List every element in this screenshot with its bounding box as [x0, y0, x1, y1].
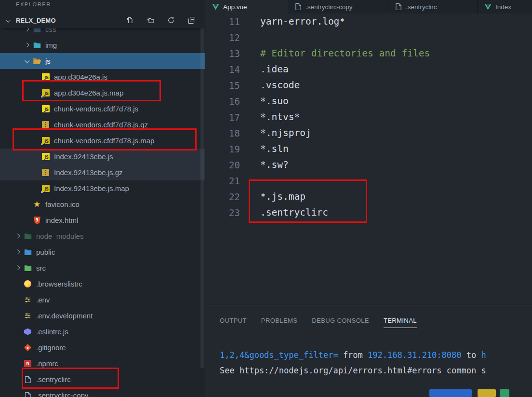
folder-node-icon — [23, 232, 33, 240]
tree-item-chunk-vendors-cfdf7d78-js-map[interactable]: JSchunk-vendors.cfdf7d78.js.map — [0, 133, 205, 149]
line-number: 13 — [205, 48, 240, 59]
indent-spacer — [13, 311, 23, 320]
indent-spacer — [32, 152, 41, 161]
line-number: 22 — [205, 192, 240, 202]
editor-line: 11yarn-error.log* — [205, 14, 532, 29]
indent-spacer — [13, 343, 23, 352]
terminal[interactable]: 1,2,4&goods_type_filter= from 192.168.31… — [205, 333, 532, 397]
panel-tab-problems[interactable]: PROBLEMS — [261, 317, 297, 328]
indent-spacer — [32, 184, 41, 193]
explorer-title: EXPLORER — [0, 0, 205, 13]
tree-item-index-92413ebe-js-map[interactable]: JSIndex.92413ebe.js.map — [0, 180, 205, 196]
tree-item-label: favicon.ico — [45, 200, 80, 208]
sidebar-scrollbar[interactable] — [200, 28, 204, 368]
tree-item-app-d304e26a-js-map[interactable]: JSapp.d304e26a.js.map — [0, 85, 205, 101]
file-icon — [295, 3, 302, 11]
editor-line: 19*.sln — [205, 141, 532, 157]
tree-item-sentryclirc[interactable]: .sentryclirc — [0, 371, 205, 387]
tree-item-js[interactable]: js — [0, 53, 205, 69]
editor-line: 21 — [205, 173, 532, 189]
tree-item-favicon-ico[interactable]: ★favicon.ico — [0, 196, 205, 212]
refresh-button[interactable] — [167, 16, 175, 25]
explorer-actions — [125, 16, 196, 25]
tree-item-chunk-vendors-cfdf7d78-js-gz[interactable]: chunk-vendors.cfdf7d78.js.gz — [0, 117, 205, 133]
editor-area: App.vue.sentryclirc-copy.sentryclircInde… — [205, 0, 532, 397]
tree-item-npmrc[interactable]: n.npmrc — [0, 356, 205, 371]
indent-spacer — [13, 359, 23, 368]
panel-tab-output[interactable]: OUTPUT — [220, 317, 247, 328]
collapse-all-button[interactable] — [187, 16, 196, 25]
terminal-text: to — [462, 350, 481, 360]
editor-tab-index[interactable]: Index — [478, 0, 532, 14]
tree-item-label: .npmrc — [36, 359, 58, 368]
indent-spacer — [32, 168, 41, 177]
tree-item-index-92413ebe-js-gz[interactable]: Index.92413ebe.js.gz — [0, 164, 205, 180]
tree-item-node-modules[interactable]: node_modules — [0, 228, 205, 244]
panel-tab-debug-console[interactable]: DEBUG CONSOLE — [312, 317, 369, 328]
tree-item-env[interactable]: .env — [0, 292, 205, 308]
browserslist-icon — [24, 280, 31, 287]
editor-tab-sentryclirc-copy[interactable]: .sentryclirc-copy — [288, 0, 388, 14]
project-section-header[interactable]: RELX_DEMO — [0, 13, 205, 28]
tree-item-label: Index.92413ebe.js.map — [54, 184, 129, 192]
chevron-right-icon[interactable] — [13, 263, 23, 273]
tree-item-label: .sentryclirc — [36, 375, 71, 383]
npm-icon: n — [24, 360, 31, 367]
tab-label: .sentryclirc-copy — [306, 3, 353, 11]
chevron-right-icon[interactable] — [13, 247, 23, 257]
tree-item-label: .sentryclirc-copy — [36, 391, 88, 397]
panel-tab-terminal[interactable]: TERMINAL — [384, 317, 417, 328]
tree-item-label: js — [45, 57, 51, 65]
tree-item-eslintrc-js[interactable]: .eslintrc.js — [0, 324, 205, 340]
editor-line: 22*.js.map — [205, 189, 532, 205]
chevron-down-icon[interactable] — [23, 56, 32, 66]
editor-line: 18*.njsproj — [205, 125, 532, 141]
editor-tab-sentryclirc[interactable]: .sentryclirc — [388, 0, 478, 14]
gzip-archive-icon — [42, 169, 49, 176]
tree-item-index-92413ebe-js[interactable]: JSIndex.92413ebe.js — [0, 149, 205, 164]
tree-item-public[interactable]: public — [0, 244, 205, 260]
terminal-line: 1,2,4&goods_type_filter= from 192.168.31… — [220, 347, 532, 363]
tree-item-sentryclirc-copy[interactable]: .sentryclirc-copy — [0, 387, 205, 397]
indent-spacer — [13, 279, 23, 288]
new-file-button[interactable] — [125, 16, 134, 25]
tree-item-gitignore[interactable]: .gitignore — [0, 340, 205, 356]
chevron-down-icon[interactable] — [4, 16, 13, 25]
editor-tab-app-vue[interactable]: App.vue — [205, 0, 288, 14]
terminal-color-block — [429, 389, 472, 397]
editor-line: 13# Editor directories and files — [205, 45, 532, 61]
chevron-right-icon[interactable] — [13, 232, 23, 241]
tree-item-src[interactable]: src — [0, 260, 205, 276]
tree-item-label: .browserslistrc — [36, 280, 82, 288]
tree-item-label: chunk-vendors.cfdf7d78.js — [54, 105, 138, 113]
tree-item-label: .gitignore — [36, 343, 66, 352]
line-number: 21 — [205, 176, 240, 186]
new-folder-button[interactable] — [146, 16, 155, 25]
tree-item-img[interactable]: img — [0, 37, 205, 53]
tree-item-env-development[interactable]: .env.development — [0, 308, 205, 324]
indent-spacer — [13, 327, 23, 336]
tree-item-browserslistrc[interactable]: .browserslistrc — [0, 276, 205, 292]
tab-label: App.vue — [223, 3, 247, 11]
favicon-star-icon: ★ — [32, 200, 42, 208]
tree-item-label: node_modules — [36, 232, 83, 240]
tab-label: .sentryclirc — [406, 3, 437, 11]
tree-item-index-html[interactable]: 5index.html — [0, 212, 205, 228]
code-text: .vscode — [260, 80, 300, 91]
git-icon — [23, 343, 33, 352]
folder-src-icon — [23, 264, 33, 272]
tree-item-label: chunk-vendors.cfdf7d78.js.gz — [54, 121, 148, 129]
tree-item-label: img — [45, 41, 57, 49]
terminal-text: h — [481, 350, 486, 360]
chevron-right-icon[interactable] — [23, 41, 32, 50]
code-text: *.njsproj — [260, 127, 311, 138]
code-editor[interactable]: 11yarn-error.log*1213# Editor directorie… — [205, 14, 532, 305]
javascript-map-icon: JS — [42, 185, 50, 192]
indent-spacer — [13, 295, 23, 304]
tree-item-label: app.d304e26a.js.map — [54, 89, 123, 97]
vue-icon — [212, 3, 219, 11]
line-number: 19 — [205, 144, 240, 154]
indent-spacer — [13, 391, 23, 397]
tree-item-chunk-vendors-cfdf7d78-js[interactable]: JSchunk-vendors.cfdf7d78.js — [0, 101, 205, 117]
tree-item-app-d304e26a-js[interactable]: JSapp.d304e26a.js — [0, 69, 205, 85]
